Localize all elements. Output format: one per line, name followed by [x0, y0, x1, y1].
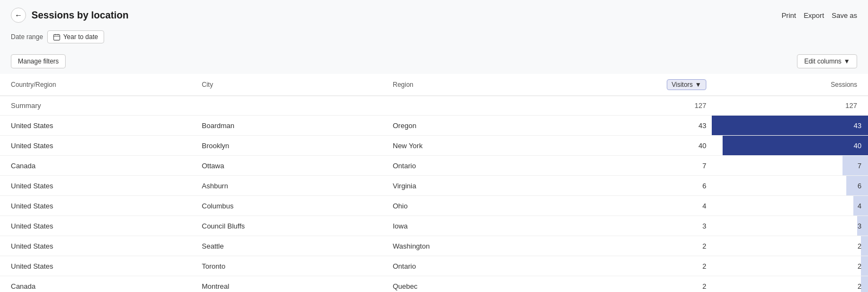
calendar-icon	[53, 34, 60, 41]
svg-rect-0	[54, 34, 60, 40]
cell-sessions-bar: 2	[712, 236, 868, 256]
cell-country: United States	[0, 236, 191, 256]
cell-city: Montreal	[191, 276, 382, 293]
cell-city: Council Bluffs	[191, 216, 382, 236]
manage-filters-button[interactable]: Manage filters	[11, 54, 66, 68]
cell-visitors: 40	[642, 136, 712, 156]
cell-visitors: 6	[642, 176, 712, 196]
page-header: ← Sessions by location Print Export Save…	[0, 0, 868, 28]
cell-country: United States	[0, 196, 191, 216]
cell-city: Brooklyn	[191, 136, 382, 156]
page-title: Sessions by location	[31, 10, 129, 21]
cell-visitors: 7	[642, 156, 712, 176]
edit-columns-button[interactable]: Edit columns ▼	[797, 54, 857, 68]
visitors-sort-badge[interactable]: Visitors ▼	[667, 79, 706, 90]
cell-country: Canada	[0, 156, 191, 176]
cell-city: Seattle	[191, 236, 382, 256]
table-row: United States Seattle Washington 2 2	[0, 236, 868, 256]
cell-visitors: 2	[642, 256, 712, 276]
save-as-link[interactable]: Save as	[832, 11, 857, 20]
toolbar: Manage filters Edit columns ▼	[0, 49, 868, 74]
cell-country: United States	[0, 176, 191, 196]
cell-country: United States	[0, 256, 191, 276]
table-row: United States Toronto Ontario 2 2	[0, 256, 868, 276]
header-actions: Print Export Save as	[782, 11, 857, 20]
summary-label: Summary	[0, 96, 191, 116]
cell-sessions-bar: 6	[712, 176, 868, 196]
table-row: United States Ashburn Virginia 6 6	[0, 176, 868, 196]
summary-row: Summary 127 127	[0, 96, 868, 116]
cell-city: Boardman	[191, 116, 382, 136]
summary-visitors: 127	[642, 96, 712, 116]
table-row: United States Boardman Oregon 43 43	[0, 116, 868, 136]
date-range-value: Year to date	[63, 33, 98, 41]
table-row: United States Council Bluffs Iowa 3 3	[0, 216, 868, 236]
cell-city: Toronto	[191, 256, 382, 276]
col-header-city: City	[191, 74, 382, 96]
back-button[interactable]: ←	[11, 8, 26, 23]
cell-sessions-bar: 2	[712, 276, 868, 293]
cell-region: Ohio	[382, 196, 642, 216]
cell-sessions-bar: 40	[712, 136, 868, 156]
col-header-sessions: Sessions	[712, 74, 868, 96]
data-table: Country/Region City Region Visitors ▼ Se…	[0, 74, 868, 292]
cell-region: Washington	[382, 236, 642, 256]
table-row: United States Brooklyn New York 40 40	[0, 136, 868, 156]
date-range-label: Date range	[11, 33, 43, 41]
cell-region: Virginia	[382, 176, 642, 196]
cell-visitors: 2	[642, 236, 712, 256]
cell-sessions-bar: 3	[712, 216, 868, 236]
cell-region: Quebec	[382, 276, 642, 293]
cell-country: United States	[0, 136, 191, 156]
cell-region: New York	[382, 136, 642, 156]
cell-visitors: 4	[642, 196, 712, 216]
table-row: Canada Ottawa Ontario 7 7	[0, 156, 868, 176]
cell-city: Ottawa	[191, 156, 382, 176]
cell-visitors: 2	[642, 276, 712, 293]
cell-sessions-bar: 43	[712, 116, 868, 136]
edit-columns-label: Edit columns	[804, 58, 841, 65]
cell-region: Ontario	[382, 256, 642, 276]
chevron-down-icon: ▼	[844, 58, 850, 65]
cell-country: Canada	[0, 276, 191, 293]
cell-sessions-bar: 7	[712, 156, 868, 176]
sort-down-icon: ▼	[695, 81, 701, 88]
visitors-label: Visitors	[672, 81, 693, 88]
cell-region: Ontario	[382, 156, 642, 176]
export-link[interactable]: Export	[803, 11, 824, 20]
table-row: Canada Montreal Quebec 2 2	[0, 276, 868, 293]
cell-visitors: 43	[642, 116, 712, 136]
cell-visitors: 3	[642, 216, 712, 236]
col-header-visitors[interactable]: Visitors ▼	[642, 74, 712, 96]
cell-country: United States	[0, 116, 191, 136]
cell-region: Oregon	[382, 116, 642, 136]
col-header-region: Region	[382, 74, 642, 96]
date-range-button[interactable]: Year to date	[47, 30, 104, 43]
table-header-row: Country/Region City Region Visitors ▼ Se…	[0, 74, 868, 96]
header-left: ← Sessions by location	[11, 8, 129, 23]
print-link[interactable]: Print	[782, 11, 796, 20]
table-row: United States Columbus Ohio 4 4	[0, 196, 868, 216]
cell-sessions-bar: 2	[712, 256, 868, 276]
cell-city: Ashburn	[191, 176, 382, 196]
col-header-country: Country/Region	[0, 74, 191, 96]
cell-sessions-bar: 4	[712, 196, 868, 216]
cell-city: Columbus	[191, 196, 382, 216]
summary-sessions: 127	[712, 96, 868, 116]
cell-region: Iowa	[382, 216, 642, 236]
cell-country: United States	[0, 216, 191, 236]
subheader: Date range Year to date	[0, 28, 868, 49]
